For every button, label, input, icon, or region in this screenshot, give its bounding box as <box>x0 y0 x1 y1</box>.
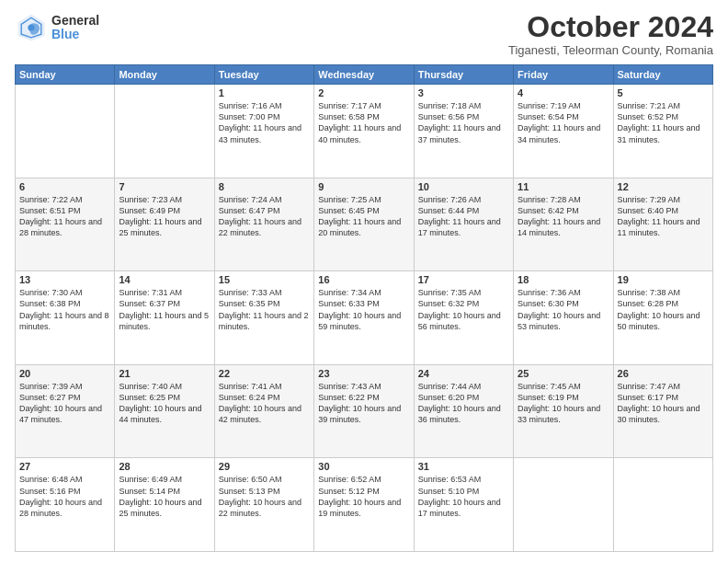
day-number: 29 <box>219 461 310 472</box>
day-info: Sunrise: 7:26 AM Sunset: 6:44 PM Dayligh… <box>418 194 509 239</box>
calendar-cell <box>514 458 613 552</box>
calendar-cell <box>16 85 115 178</box>
day-number: 22 <box>219 368 310 379</box>
day-number: 1 <box>219 87 310 98</box>
calendar-week-1: 6Sunrise: 7:22 AM Sunset: 6:51 PM Daylig… <box>16 178 713 271</box>
calendar-cell: 22Sunrise: 7:41 AM Sunset: 6:24 PM Dayli… <box>214 364 313 458</box>
day-number: 15 <box>219 274 310 285</box>
day-number: 10 <box>418 181 509 192</box>
day-info: Sunrise: 7:41 AM Sunset: 6:24 PM Dayligh… <box>219 381 310 426</box>
calendar-cell: 11Sunrise: 7:28 AM Sunset: 6:42 PM Dayli… <box>514 178 613 271</box>
day-info: Sunrise: 7:18 AM Sunset: 6:56 PM Dayligh… <box>418 100 509 145</box>
calendar-cell: 15Sunrise: 7:33 AM Sunset: 6:35 PM Dayli… <box>214 271 313 365</box>
day-number: 2 <box>318 87 409 98</box>
day-number: 31 <box>418 461 509 472</box>
calendar-cell: 4Sunrise: 7:19 AM Sunset: 6:54 PM Daylig… <box>514 85 613 178</box>
calendar-cell: 25Sunrise: 7:45 AM Sunset: 6:19 PM Dayli… <box>514 364 613 458</box>
logo: General Blue <box>15 11 99 44</box>
day-number: 14 <box>119 274 210 285</box>
weekday-header-saturday: Saturday <box>613 65 712 85</box>
day-info: Sunrise: 7:39 AM Sunset: 6:27 PM Dayligh… <box>19 381 110 426</box>
day-info: Sunrise: 7:40 AM Sunset: 6:25 PM Dayligh… <box>119 381 210 426</box>
calendar-cell: 29Sunrise: 6:50 AM Sunset: 5:13 PM Dayli… <box>214 458 313 552</box>
day-number: 4 <box>518 87 609 98</box>
calendar-cell: 13Sunrise: 7:30 AM Sunset: 6:38 PM Dayli… <box>16 271 115 365</box>
calendar-week-2: 13Sunrise: 7:30 AM Sunset: 6:38 PM Dayli… <box>16 271 713 365</box>
day-number: 5 <box>618 87 709 98</box>
day-info: Sunrise: 7:31 AM Sunset: 6:37 PM Dayligh… <box>119 287 210 332</box>
day-number: 8 <box>219 181 310 192</box>
day-info: Sunrise: 7:17 AM Sunset: 6:58 PM Dayligh… <box>318 100 409 145</box>
calendar-cell: 3Sunrise: 7:18 AM Sunset: 6:56 PM Daylig… <box>414 85 513 178</box>
day-info: Sunrise: 7:19 AM Sunset: 6:54 PM Dayligh… <box>518 100 609 145</box>
day-info: Sunrise: 6:50 AM Sunset: 5:13 PM Dayligh… <box>219 474 310 519</box>
logo-text: General Blue <box>51 14 99 42</box>
day-number: 11 <box>518 181 609 192</box>
calendar-cell: 31Sunrise: 6:53 AM Sunset: 5:10 PM Dayli… <box>414 458 513 552</box>
day-info: Sunrise: 7:29 AM Sunset: 6:40 PM Dayligh… <box>618 194 709 239</box>
location: Tiganesti, Teleorman County, Romania <box>508 43 713 57</box>
weekday-header-monday: Monday <box>115 65 214 85</box>
header: General Blue October 2024 Tiganesti, Tel… <box>15 11 713 57</box>
day-info: Sunrise: 7:16 AM Sunset: 7:00 PM Dayligh… <box>219 100 310 145</box>
weekday-header-friday: Friday <box>514 65 613 85</box>
day-number: 23 <box>318 368 409 379</box>
day-number: 3 <box>418 87 509 98</box>
day-info: Sunrise: 6:48 AM Sunset: 5:16 PM Dayligh… <box>19 474 110 519</box>
day-number: 27 <box>19 461 110 472</box>
calendar-body: 1Sunrise: 7:16 AM Sunset: 7:00 PM Daylig… <box>16 85 713 552</box>
day-info: Sunrise: 7:47 AM Sunset: 6:17 PM Dayligh… <box>618 381 709 426</box>
day-info: Sunrise: 6:52 AM Sunset: 5:12 PM Dayligh… <box>318 474 409 519</box>
calendar-cell: 9Sunrise: 7:25 AM Sunset: 6:45 PM Daylig… <box>314 178 414 271</box>
calendar-cell: 16Sunrise: 7:34 AM Sunset: 6:33 PM Dayli… <box>314 271 414 365</box>
day-number: 20 <box>19 368 110 379</box>
logo-blue-text: Blue <box>51 28 99 41</box>
calendar-cell <box>613 458 712 552</box>
calendar-cell: 1Sunrise: 7:16 AM Sunset: 7:00 PM Daylig… <box>214 85 313 178</box>
day-info: Sunrise: 7:30 AM Sunset: 6:38 PM Dayligh… <box>19 287 110 332</box>
calendar-cell: 10Sunrise: 7:26 AM Sunset: 6:44 PM Dayli… <box>414 178 513 271</box>
logo-general-text: General <box>51 14 99 28</box>
day-info: Sunrise: 7:21 AM Sunset: 6:52 PM Dayligh… <box>618 100 709 145</box>
day-info: Sunrise: 7:45 AM Sunset: 6:19 PM Dayligh… <box>518 381 609 426</box>
day-info: Sunrise: 6:49 AM Sunset: 5:14 PM Dayligh… <box>119 474 210 519</box>
calendar-cell: 17Sunrise: 7:35 AM Sunset: 6:32 PM Dayli… <box>414 271 513 365</box>
calendar-cell: 20Sunrise: 7:39 AM Sunset: 6:27 PM Dayli… <box>16 364 115 458</box>
calendar-cell: 27Sunrise: 6:48 AM Sunset: 5:16 PM Dayli… <box>16 458 115 552</box>
calendar-cell: 5Sunrise: 7:21 AM Sunset: 6:52 PM Daylig… <box>613 85 712 178</box>
day-info: Sunrise: 7:38 AM Sunset: 6:28 PM Dayligh… <box>618 287 709 332</box>
calendar-cell: 28Sunrise: 6:49 AM Sunset: 5:14 PM Dayli… <box>115 458 214 552</box>
day-number: 7 <box>119 181 210 192</box>
day-number: 16 <box>318 274 409 285</box>
calendar-cell: 30Sunrise: 6:52 AM Sunset: 5:12 PM Dayli… <box>314 458 414 552</box>
calendar-cell: 18Sunrise: 7:36 AM Sunset: 6:30 PM Dayli… <box>514 271 613 365</box>
weekday-header-thursday: Thursday <box>414 65 513 85</box>
day-number: 12 <box>618 181 709 192</box>
calendar-cell: 6Sunrise: 7:22 AM Sunset: 6:51 PM Daylig… <box>16 178 115 271</box>
calendar-week-3: 20Sunrise: 7:39 AM Sunset: 6:27 PM Dayli… <box>16 364 713 458</box>
calendar-cell: 24Sunrise: 7:44 AM Sunset: 6:20 PM Dayli… <box>414 364 513 458</box>
day-number: 28 <box>119 461 210 472</box>
calendar-cell: 7Sunrise: 7:23 AM Sunset: 6:49 PM Daylig… <box>115 178 214 271</box>
calendar-table: SundayMondayTuesdayWednesdayThursdayFrid… <box>15 64 713 552</box>
calendar-header: SundayMondayTuesdayWednesdayThursdayFrid… <box>16 65 713 85</box>
day-info: Sunrise: 7:34 AM Sunset: 6:33 PM Dayligh… <box>318 287 409 332</box>
calendar-cell: 21Sunrise: 7:40 AM Sunset: 6:25 PM Dayli… <box>115 364 214 458</box>
day-info: Sunrise: 7:22 AM Sunset: 6:51 PM Dayligh… <box>19 194 110 239</box>
day-info: Sunrise: 7:25 AM Sunset: 6:45 PM Dayligh… <box>318 194 409 239</box>
day-info: Sunrise: 7:33 AM Sunset: 6:35 PM Dayligh… <box>219 287 310 332</box>
calendar-cell <box>115 85 214 178</box>
day-number: 25 <box>518 368 609 379</box>
day-number: 26 <box>618 368 709 379</box>
calendar-week-4: 27Sunrise: 6:48 AM Sunset: 5:16 PM Dayli… <box>16 458 713 552</box>
logo-icon <box>15 11 48 44</box>
day-info: Sunrise: 6:53 AM Sunset: 5:10 PM Dayligh… <box>418 474 509 519</box>
day-info: Sunrise: 7:28 AM Sunset: 6:42 PM Dayligh… <box>518 194 609 239</box>
day-number: 30 <box>318 461 409 472</box>
day-number: 19 <box>618 274 709 285</box>
month-title: October 2024 <box>508 11 713 43</box>
day-info: Sunrise: 7:23 AM Sunset: 6:49 PM Dayligh… <box>119 194 210 239</box>
day-number: 21 <box>119 368 210 379</box>
day-info: Sunrise: 7:43 AM Sunset: 6:22 PM Dayligh… <box>318 381 409 426</box>
svg-point-2 <box>28 24 34 30</box>
